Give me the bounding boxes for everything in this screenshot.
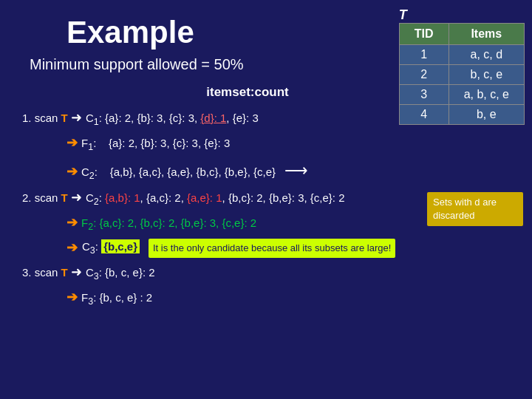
table-row: 1a, c, d xyxy=(399,45,524,65)
main-container: Example Minimum support allowed = 50% T … xyxy=(0,0,532,399)
c3-set: {b,c,e} xyxy=(101,239,140,253)
line-c2: ➔ C2: {a,b}, {a,c}, {a,e}, {b,c}, {b,e},… xyxy=(66,157,517,184)
c3-scan-label: C3: {b, c, e}: 2 xyxy=(86,266,155,279)
ab-red: {a,b}: 1 xyxy=(105,191,140,204)
tid-cell: 3 xyxy=(399,85,449,105)
arrow-f1: ➔ xyxy=(66,135,81,150)
tid-cell: 4 xyxy=(399,105,449,125)
arrow-f3: ➔ xyxy=(66,290,81,304)
discard-note: Sets with d are discarded xyxy=(427,192,523,226)
line-f1: ➔ F1: {a}: 2, {b}: 3, {c}: 3, {e}: 3 xyxy=(66,132,517,155)
c2-scan-label: C2: {a,b}: 1, {a,c}: 2, {a,e}: 1, {b,c}:… xyxy=(86,191,345,204)
scan-2-label: 2. scan T xyxy=(22,191,68,204)
arrow-3: ➜ xyxy=(71,265,86,279)
line-f3: ➔ F3: {b, c, e} : 2 xyxy=(66,286,517,310)
items-cell: a, c, d xyxy=(449,45,524,65)
c2-label: C2: {a,b}, {a,c}, {a,e}, {b,c}, {b,e}, {… xyxy=(81,166,276,178)
col-items: Items xyxy=(449,24,524,45)
t-ref-2: T xyxy=(61,191,68,204)
arrow-2: ➜ xyxy=(71,190,86,205)
c3-label: C3: {b,c,e} xyxy=(82,237,140,259)
scan-3-label: 3. scan T xyxy=(22,266,68,279)
items-cell: b, c, e xyxy=(449,65,524,85)
d-highlight: {d}: 1 xyxy=(200,112,226,124)
tid-cell: 2 xyxy=(399,65,449,85)
table-row: 3a, b, c, e xyxy=(399,85,524,105)
t-ref-3: T xyxy=(61,266,68,279)
items-cell: b, e xyxy=(449,105,524,125)
c3-note: It is the only candidate because all its… xyxy=(149,239,395,258)
c1-label: C1: {a}: 2, {b}: 3, {c}: 3, {d}: 1, {e}:… xyxy=(86,112,259,124)
col-tid: TID xyxy=(399,24,449,45)
f2-label: F2: {a,c}: 2, {b,c}: 2, {b,e}: 3, {c,e}:… xyxy=(81,216,256,229)
line-scan-3: 3. scan T ➜ C3: {b, c, e}: 2 xyxy=(22,261,517,284)
ae-red: {a,e}: 1 xyxy=(187,191,222,204)
arrow-c3: ➔ xyxy=(66,236,78,259)
items-cell: a, b, c, e xyxy=(449,85,524,105)
arrow-1: ➜ xyxy=(71,110,86,125)
arrow-f2: ➔ xyxy=(66,215,81,230)
tid-cell: 1 xyxy=(399,45,449,65)
arrow-c2: ➔ xyxy=(66,164,81,179)
f3-label: F3: {b, c, e} : 2 xyxy=(81,291,152,304)
f1-label: F1: {a}: 2, {b}: 3, {c}: 3, {e}: 3 xyxy=(81,137,230,149)
t-ref-1: T xyxy=(61,112,68,124)
t-label: T xyxy=(399,7,407,23)
table-row: 2b, c, e xyxy=(399,65,524,85)
transaction-table: T TID Items 1a, c, d2b, c, e3a, b, c, e4… xyxy=(399,7,525,125)
scan-1-label: 1. scan T xyxy=(22,112,68,124)
long-arrow: ⟶ xyxy=(284,161,308,180)
table-row: 4b, e xyxy=(399,105,524,125)
line-c3: ➔ C3: {b,c,e} It is the only candidate b… xyxy=(66,236,517,259)
